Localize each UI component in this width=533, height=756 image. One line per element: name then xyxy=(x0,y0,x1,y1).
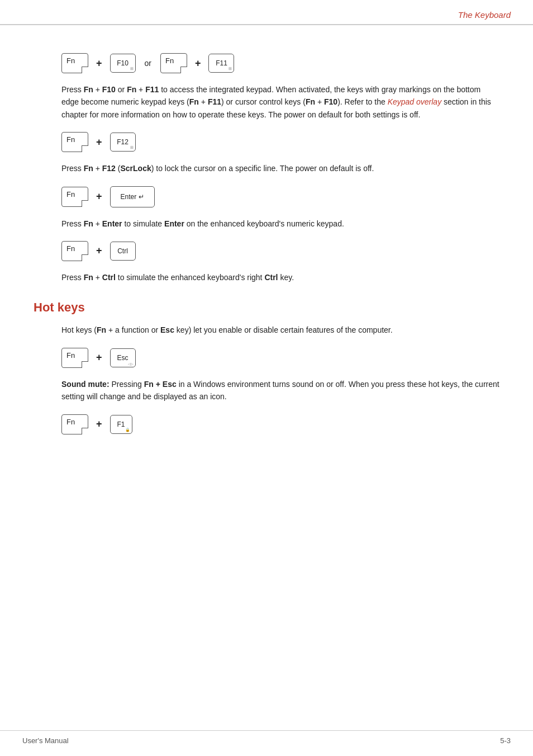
or-text-1: or xyxy=(141,59,155,68)
key-f12-label: F12 xyxy=(117,138,129,146)
key-ctrl-label: Ctrl xyxy=(117,247,128,255)
key-combo-fn-esc: Fn + Esc ◁▷ xyxy=(61,348,499,368)
section-fn-f1: Fn + F1 🔒 xyxy=(61,414,499,434)
key-esc: Esc ◁▷ xyxy=(110,348,136,367)
key-f11-label: F11 xyxy=(216,59,227,67)
key-fn-label-5: Fn xyxy=(66,244,75,253)
key-fn-2: Fn xyxy=(160,53,187,73)
key-fn-3: Fn xyxy=(61,132,88,152)
desc-fn-f12: Press Fn + F12 (ScrLock) to lock the cur… xyxy=(61,162,499,174)
key-ctrl: Ctrl xyxy=(110,242,136,261)
hot-keys-intro: Hot keys (Fn + a function or Esc key) le… xyxy=(61,324,499,336)
key-fn-label-4: Fn xyxy=(66,190,75,199)
key-fn-label-3: Fn xyxy=(66,135,75,144)
key-fn-7: Fn xyxy=(61,414,88,434)
key-fn-notch-6 xyxy=(82,361,88,368)
key-fn-notch-2 xyxy=(180,67,187,73)
key-combo-fn-enter: Fn + Enter ↵ xyxy=(61,186,499,207)
section-fn-enter: Fn + Enter ↵ Press Fn + Enter to simulat… xyxy=(61,186,499,230)
key-fn-1: Fn xyxy=(61,53,88,73)
section-fn-esc: Fn + Esc ◁▷ Sound mute: Pressing Fn + Es… xyxy=(61,348,499,403)
key-fn-5: Fn xyxy=(61,241,88,261)
hot-keys-heading: Hot keys xyxy=(34,300,499,315)
key-combo-fn-f1: Fn + F1 🔒 xyxy=(61,414,499,434)
plus-3: + xyxy=(94,136,104,148)
key-f11-sublabel: ⊞ xyxy=(229,67,232,71)
key-esc-sublabel: ◁▷ xyxy=(128,362,134,366)
key-f10-sublabel: ⊞ xyxy=(130,67,134,71)
key-fn-label-1: Fn xyxy=(66,56,75,65)
key-f1: F1 🔒 xyxy=(110,415,132,434)
page-footer: User's Manual 5-3 xyxy=(0,730,533,745)
footer-left: User's Manual xyxy=(22,736,69,745)
key-esc-label: Esc xyxy=(117,354,129,362)
key-f1-label: F1 xyxy=(117,420,125,428)
section-fn-ctrl: Fn + Ctrl Press Fn + Ctrl to simulate th… xyxy=(61,241,499,284)
key-f10: F10 ⊞ xyxy=(110,54,136,73)
key-fn-notch-4 xyxy=(82,200,88,207)
footer-right: 5-3 xyxy=(500,736,511,745)
header-title: The Keyboard xyxy=(458,10,511,20)
keypad-overlay-link[interactable]: Keypad overlay xyxy=(388,97,442,106)
key-f1-sublabel: 🔒 xyxy=(125,428,130,432)
desc-fn-esc: Sound mute: Pressing Fn + Esc in a Windo… xyxy=(61,378,499,403)
key-fn-4: Fn xyxy=(61,187,88,207)
key-fn-notch-1 xyxy=(82,67,88,73)
desc-fn-f10-f11: Press Fn + F10 or Fn + F11 to access the… xyxy=(61,83,499,121)
plus-7: + xyxy=(94,418,104,430)
key-fn-notch-7 xyxy=(82,428,88,434)
key-f12: F12 ⊞ xyxy=(110,133,136,152)
key-fn-notch-3 xyxy=(82,145,88,152)
key-fn-label-7: Fn xyxy=(66,418,75,426)
plus-2: + xyxy=(193,58,203,69)
desc-fn-ctrl: Press Fn + Ctrl to simulate the enhanced… xyxy=(61,271,499,284)
key-f10-label: F10 xyxy=(117,59,129,67)
section-fn-f10-f11: Fn + F10 ⊞ or Fn + F11 ⊞ Press Fn + F1 xyxy=(61,53,499,121)
key-f12-sublabel: ⊞ xyxy=(130,145,134,150)
main-content: Fn + F10 ⊞ or Fn + F11 ⊞ Press Fn + F1 xyxy=(0,25,533,461)
key-combo-fn-f12: Fn + F12 ⊞ xyxy=(61,132,499,152)
key-enter: Enter ↵ xyxy=(110,186,155,207)
section-fn-f12: Fn + F12 ⊞ Press Fn + F12 (ScrLock) to l… xyxy=(61,132,499,174)
key-f11: F11 ⊞ xyxy=(208,54,234,73)
key-fn-label-6: Fn xyxy=(66,351,75,360)
page-header: The Keyboard xyxy=(0,0,533,25)
desc-fn-enter: Press Fn + Enter to simulate Enter on th… xyxy=(61,218,499,230)
key-fn-6: Fn xyxy=(61,348,88,368)
plus-5: + xyxy=(94,245,104,257)
key-combo-fn-f10-f11: Fn + F10 ⊞ or Fn + F11 ⊞ xyxy=(61,53,499,73)
plus-4: + xyxy=(94,191,104,202)
plus-6: + xyxy=(94,352,104,363)
plus-1: + xyxy=(94,58,104,69)
key-fn-label-2: Fn xyxy=(165,56,174,65)
key-fn-notch-5 xyxy=(82,254,88,261)
key-enter-label: Enter ↵ xyxy=(121,193,144,201)
key-combo-fn-ctrl: Fn + Ctrl xyxy=(61,241,499,261)
